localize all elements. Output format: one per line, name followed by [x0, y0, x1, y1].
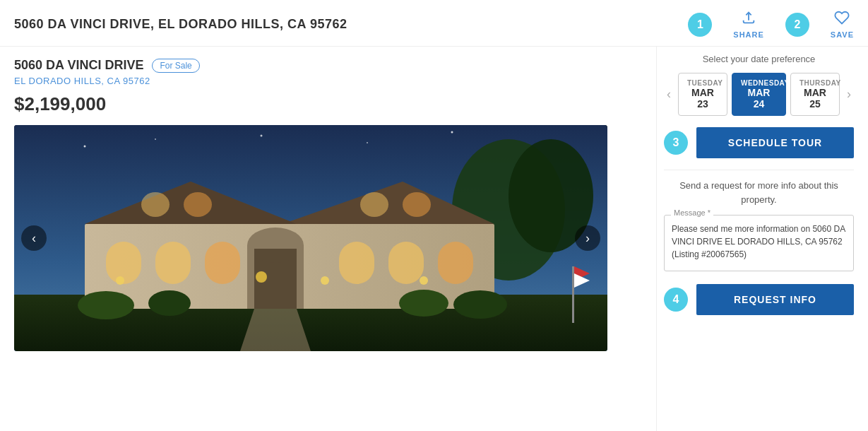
date-next-button[interactable]: › [844, 84, 854, 105]
svg-point-28 [399, 290, 448, 317]
share-icon [741, 10, 756, 29]
step-badge-4: 4 [664, 288, 688, 312]
request-info-label: Send a request for more info about this … [664, 179, 854, 206]
svg-point-37 [367, 142, 368, 143]
svg-point-34 [84, 146, 86, 148]
request-info-button[interactable]: REQUEST INFO [696, 284, 854, 315]
step-badge-3: 3 [664, 131, 688, 155]
property-price: $2,199,000 [14, 93, 642, 115]
date-prev-button[interactable]: ‹ [664, 84, 674, 105]
date-card-thursday[interactable]: THURSDAY MAR 25 [790, 73, 840, 116]
divider [664, 170, 854, 170]
svg-rect-31 [572, 266, 574, 323]
svg-rect-14 [205, 242, 240, 284]
date-selection-label: Select your date preference [664, 54, 854, 64]
for-sale-badge: For Sale [152, 59, 199, 73]
svg-rect-13 [155, 242, 191, 284]
top-address: 5060 DA VINCI DRIVE, EL DORADO HILLS, CA… [14, 17, 347, 32]
svg-point-29 [453, 290, 507, 319]
save-icon [834, 10, 850, 29]
save-label: SAVE [831, 30, 854, 39]
schedule-tour-button[interactable]: SCHEDULE TOUR [696, 127, 854, 158]
svg-point-36 [261, 135, 263, 137]
main-content: 5060 DA VINCI DRIVE For Sale EL DORADO H… [0, 47, 868, 431]
carousel-image [14, 125, 607, 351]
date-card-tuesday[interactable]: TUESDAY MAR 23 [678, 73, 727, 116]
step-badge-2: 2 [785, 13, 809, 37]
property-street: 5060 DA VINCI DRIVE [14, 58, 143, 73]
svg-rect-21 [403, 192, 431, 217]
top-actions: 1 SHARE 2 SAVE [688, 10, 854, 39]
day-name-thursday: THURSDAY [799, 79, 831, 87]
photo-carousel: ‹ › [14, 125, 607, 351]
svg-rect-16 [388, 242, 424, 284]
svg-point-23 [256, 271, 267, 283]
step-badge-1: 1 [688, 13, 712, 37]
svg-rect-17 [438, 242, 473, 284]
property-address-row: 5060 DA VINCI DRIVE For Sale [14, 58, 642, 73]
day-name-tuesday: TUESDAY [687, 79, 718, 87]
month-day-tuesday: MAR 23 [687, 87, 718, 110]
share-label: SHARE [733, 30, 764, 39]
svg-rect-15 [339, 242, 374, 284]
svg-point-26 [78, 291, 134, 319]
svg-rect-20 [360, 192, 388, 217]
date-selector: ‹ TUESDAY MAR 23 WEDNESDAY MAR 24 THURSD… [664, 73, 854, 116]
property-city: EL DORADO HILLS, CA 95762 [14, 76, 642, 86]
message-field-wrapper: Message * [664, 215, 854, 274]
left-panel: 5060 DA VINCI DRIVE For Sale EL DORADO H… [0, 47, 656, 431]
carousel-next-button[interactable]: › [575, 225, 600, 251]
request-row: 4 REQUEST INFO [664, 284, 854, 315]
svg-rect-18 [141, 192, 170, 217]
page-wrapper: 5060 DA VINCI DRIVE, EL DORADO HILLS, CA… [0, 0, 868, 431]
date-card-wednesday[interactable]: WEDNESDAY MAR 24 [732, 73, 786, 116]
carousel-prev-button[interactable]: ‹ [21, 225, 47, 251]
month-day-wednesday: MAR 24 [741, 87, 777, 110]
month-day-thursday: MAR 25 [799, 87, 831, 110]
right-panel: Select your date preference ‹ TUESDAY MA… [656, 47, 868, 431]
svg-point-38 [451, 131, 453, 134]
svg-point-22 [116, 276, 124, 285]
svg-point-27 [148, 290, 191, 316]
day-name-wednesday: WEDNESDAY [741, 79, 777, 87]
top-bar: 5060 DA VINCI DRIVE, EL DORADO HILLS, CA… [0, 0, 868, 47]
svg-point-24 [321, 276, 329, 285]
svg-rect-19 [184, 192, 212, 217]
svg-point-35 [155, 138, 156, 140]
svg-rect-12 [106, 242, 141, 284]
message-textarea[interactable] [664, 215, 854, 271]
svg-point-25 [420, 276, 428, 285]
save-button[interactable]: SAVE [831, 10, 854, 39]
schedule-row: 3 SCHEDULE TOUR [664, 127, 854, 158]
message-field-label: Message * [671, 208, 713, 217]
share-button[interactable]: SHARE [733, 10, 764, 39]
